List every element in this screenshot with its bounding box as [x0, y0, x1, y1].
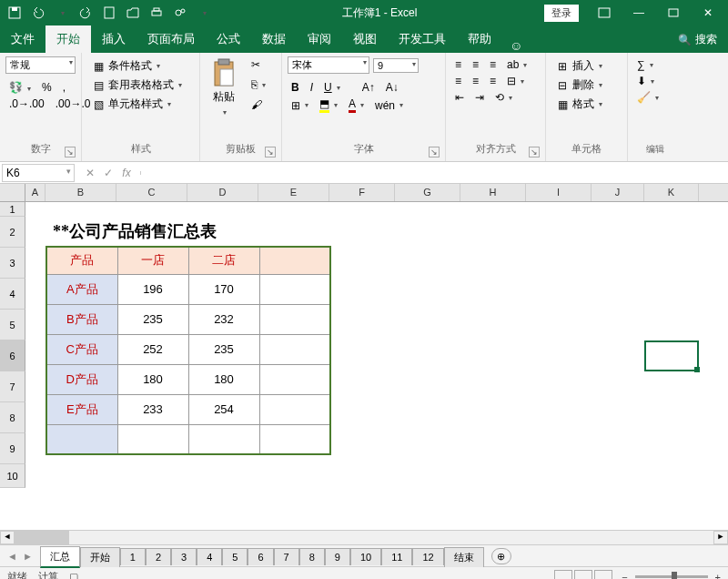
italic-icon[interactable]: I	[307, 79, 317, 96]
orientation-icon[interactable]: ⟲	[491, 89, 516, 106]
zoom-out-icon[interactable]: −	[622, 572, 627, 580]
col-header-K[interactable]: K	[644, 184, 699, 201]
row-header-3[interactable]: 3	[0, 248, 25, 279]
fill-color-icon[interactable]: ⬒	[316, 96, 341, 115]
col-header-J[interactable]: J	[592, 184, 644, 201]
table-cell[interactable]: 180	[188, 364, 259, 394]
redo-icon[interactable]	[75, 3, 96, 23]
col-header-F[interactable]: F	[329, 184, 395, 201]
font-size-select[interactable]: 9	[373, 58, 419, 73]
sheet-tab-begin[interactable]: 开始	[80, 547, 120, 567]
table-header[interactable]: 一店	[117, 247, 188, 274]
decrease-font-icon[interactable]: A↓	[382, 79, 402, 96]
undo-icon[interactable]	[27, 3, 49, 23]
sheet-tab-4[interactable]: 4	[197, 548, 222, 565]
tab-insert[interactable]: 插入	[91, 25, 136, 53]
table-cell[interactable]: D产品	[46, 364, 117, 394]
paste-button[interactable]: 粘贴	[206, 56, 242, 119]
wrap-text-icon[interactable]: ab	[503, 56, 531, 73]
tab-view[interactable]: 视图	[342, 25, 388, 53]
table-cell[interactable]: 254	[188, 394, 259, 424]
align-right-icon[interactable]: ≡	[486, 73, 500, 89]
sheet-tab-8[interactable]: 8	[299, 548, 325, 565]
col-header-B[interactable]: B	[46, 184, 116, 201]
sheet-tab-7[interactable]: 7	[274, 548, 299, 565]
tab-help[interactable]: 帮助	[457, 25, 502, 53]
merge-icon[interactable]: ⊟	[503, 73, 528, 89]
feedback-icon[interactable]: ☺	[510, 38, 522, 53]
conditional-formatting-button[interactable]: ▦条件格式	[87, 56, 194, 76]
clear-icon[interactable]: 🧹	[633, 89, 677, 106]
worksheet-grid[interactable]: ABCDEFGHIJK 12345678910 **公司产品销售汇总表 产品一店…	[0, 184, 728, 530]
table-cell[interactable]	[259, 304, 330, 334]
tab-developer[interactable]: 开发工具	[388, 25, 457, 53]
tab-file[interactable]: 文件	[0, 25, 46, 53]
table-header[interactable]: 二店	[188, 247, 259, 274]
sheet-tab-12[interactable]: 12	[412, 548, 443, 565]
bold-icon[interactable]: B	[288, 79, 303, 96]
sheet-tab-3[interactable]: 3	[171, 548, 197, 565]
align-top-icon[interactable]: ≡	[451, 56, 465, 73]
table-cell[interactable]: B产品	[46, 304, 117, 334]
delete-cells-button[interactable]: ⊟删除	[551, 76, 622, 95]
sheet-nav-next-icon[interactable]: ►	[21, 551, 35, 562]
tell-me-search[interactable]: 🔍 搜索	[667, 26, 728, 53]
quickprint-icon[interactable]	[146, 3, 167, 23]
minimize-icon[interactable]: —	[622, 3, 655, 23]
ribbon-display-icon[interactable]	[588, 3, 621, 23]
format-as-table-button[interactable]: ▤套用表格格式	[87, 76, 194, 95]
comma-icon[interactable]: ,	[59, 79, 69, 96]
table-cell[interactable]: A产品	[46, 274, 117, 304]
cell-styles-button[interactable]: ▧单元格样式	[87, 95, 194, 114]
autosum-icon[interactable]: ∑	[633, 56, 677, 73]
decrease-indent-icon[interactable]: ⇤	[451, 89, 468, 106]
row-header-2[interactable]: 2	[0, 217, 25, 248]
scroll-thumb[interactable]	[15, 531, 69, 544]
sheet-tab-11[interactable]: 11	[381, 548, 412, 565]
table-cell[interactable]	[188, 424, 259, 454]
underline-icon[interactable]: U	[320, 79, 344, 96]
scroll-right-icon[interactable]: ►	[713, 531, 728, 544]
tab-formulas[interactable]: 公式	[206, 25, 251, 53]
sheet-tab-end[interactable]: 结束	[444, 547, 484, 567]
fill-icon[interactable]: ⬇	[633, 73, 677, 89]
col-header-H[interactable]: H	[460, 184, 526, 201]
sheet-tab-10[interactable]: 10	[350, 548, 381, 565]
table-cell[interactable]	[259, 424, 330, 454]
row-header-1[interactable]: 1	[0, 202, 25, 217]
insert-cells-button[interactable]: ⊞插入	[551, 56, 622, 76]
undo-dropdown-icon[interactable]	[51, 3, 73, 23]
sheet-tab-9[interactable]: 9	[325, 548, 350, 565]
zoom-slider[interactable]	[635, 575, 708, 578]
table-cell[interactable]: 233	[117, 394, 188, 424]
table-cell[interactable]: 180	[117, 364, 188, 394]
qat-customize-icon[interactable]	[193, 3, 215, 23]
sheet-tab-1[interactable]: 1	[120, 548, 146, 565]
row-header-10[interactable]: 10	[0, 464, 25, 488]
open-icon[interactable]	[122, 3, 144, 23]
increase-font-icon[interactable]: A↑	[359, 79, 379, 96]
align-left-icon[interactable]: ≡	[451, 73, 465, 89]
row-header-6[interactable]: 6	[0, 340, 25, 371]
table-cell[interactable]	[46, 424, 117, 454]
cells-area[interactable]: **公司产品销售汇总表 产品一店二店A产品196170B产品235232C产品2…	[25, 202, 728, 488]
page-break-view-icon[interactable]	[594, 570, 612, 580]
sheet-tab-summary[interactable]: 汇总	[40, 546, 80, 568]
cut-icon[interactable]: ✂	[248, 56, 269, 73]
font-color-icon[interactable]: A	[345, 96, 368, 115]
fx-icon[interactable]: fx	[118, 167, 135, 179]
table-cell[interactable]: 235	[117, 304, 188, 334]
align-middle-icon[interactable]: ≡	[469, 56, 482, 73]
clipboard-launcher-icon[interactable]: ↘	[265, 147, 276, 157]
align-bottom-icon[interactable]: ≡	[486, 56, 500, 73]
cancel-formula-icon[interactable]: ✕	[82, 167, 98, 179]
row-header-7[interactable]: 7	[0, 371, 25, 402]
touch-mode-icon[interactable]	[169, 3, 191, 23]
sheet-tab-5[interactable]: 5	[222, 548, 248, 565]
currency-icon[interactable]: 💱	[5, 79, 35, 96]
row-header-9[interactable]: 9	[0, 433, 25, 464]
number-format-select[interactable]: 常规	[5, 56, 76, 74]
font-launcher-icon[interactable]: ↘	[429, 147, 440, 157]
tab-home[interactable]: 开始	[46, 25, 91, 53]
enter-formula-icon[interactable]: ✓	[100, 167, 116, 179]
